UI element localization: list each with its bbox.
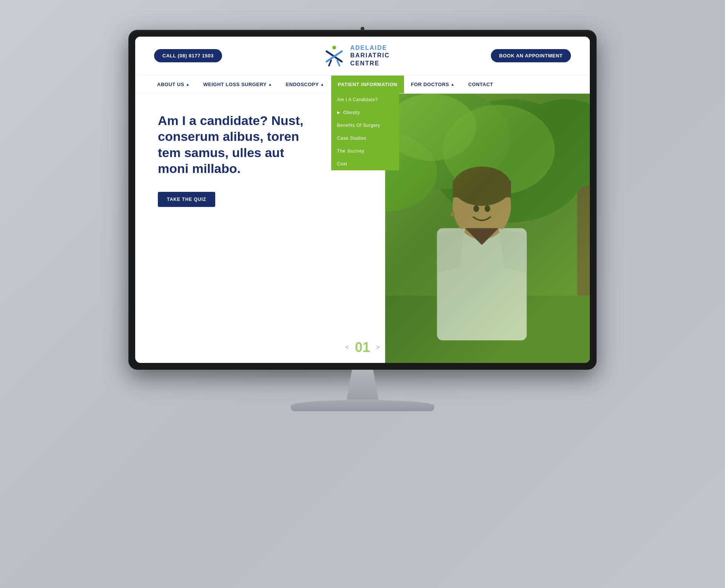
- dropdown-label-candidate: Am I A Candidate?: [337, 97, 378, 102]
- quiz-button[interactable]: TAKE THE QUIZ: [158, 192, 215, 207]
- dropdown-item-cost[interactable]: Cost: [331, 157, 399, 170]
- logo-line1: ADELAIDE: [350, 44, 390, 52]
- dropdown-item-case-studies[interactable]: Case Studies: [331, 132, 399, 145]
- monitor-bezel: CALL (08) 8177 1503: [135, 37, 590, 363]
- nav-label-about-us: ABOUT US: [157, 82, 184, 87]
- svg-point-12: [387, 94, 477, 161]
- dropdown-label-benefits: Benefits Of Surgery: [337, 123, 380, 128]
- screen: CALL (08) 8177 1503: [135, 37, 590, 363]
- prev-slide-button[interactable]: <: [346, 344, 349, 351]
- nav-item-endoscopy[interactable]: ENDOSCOPY ▲: [279, 76, 331, 93]
- book-appointment-button[interactable]: BOOK AN APPOINTMENT: [491, 49, 571, 62]
- dropdown-label-journey: The Journey: [337, 148, 364, 154]
- nav-label-patient-info: PATIENT INFORMATION: [338, 82, 398, 87]
- slide-number: 01: [355, 340, 370, 355]
- dropdown-item-benefits[interactable]: Benefits Of Surgery: [331, 119, 399, 132]
- dropdown-item-journey[interactable]: The Journey: [331, 145, 399, 157]
- nav-item-for-doctors[interactable]: FOR DOCTORS ▲: [404, 76, 461, 93]
- svg-point-20: [450, 212, 455, 216]
- monitor-neck: [336, 370, 389, 400]
- logo-line3: CENTRE: [350, 60, 390, 68]
- next-slide-button[interactable]: >: [376, 344, 379, 351]
- logo-icon: [323, 45, 346, 67]
- background-trees: [385, 94, 590, 363]
- dropdown-label-case-studies: Case Studies: [337, 136, 366, 141]
- dropdown-arrow-obesity: ▶: [337, 110, 341, 114]
- nav-item-weight-loss[interactable]: WEIGHT LOSS SURGERY ▲: [196, 76, 279, 93]
- nav-item-patient-info[interactable]: PATIENT INFORMATION Am I A Candidate? ▶ …: [331, 76, 404, 93]
- monitor-base: [291, 400, 434, 411]
- nav-arrow-for-doctors: ▲: [450, 82, 454, 86]
- hero-heading: Am I a candidate? Nust, conserum alibus,…: [158, 113, 309, 177]
- camera-dot: [361, 27, 364, 31]
- call-button[interactable]: CALL (08) 8177 1503: [154, 49, 222, 62]
- svg-point-18: [474, 205, 479, 212]
- svg-point-19: [485, 205, 491, 212]
- nav-label-for-doctors: FOR DOCTORS: [411, 82, 449, 87]
- monitor-wrapper: CALL (08) 8177 1503: [128, 30, 597, 559]
- slide-counter: < 01 >: [346, 340, 380, 355]
- logo: ADELAIDE BARIATRIC CENTRE: [323, 44, 390, 68]
- doctor-image: [385, 94, 590, 363]
- patient-info-dropdown: Am I A Candidate? ▶ Obesity Benefits Of …: [331, 93, 399, 170]
- nav-label-weight-loss: WEIGHT LOSS SURGERY: [203, 82, 267, 87]
- logo-text: ADELAIDE BARIATRIC CENTRE: [350, 44, 390, 68]
- dropdown-item-candidate[interactable]: Am I A Candidate?: [331, 93, 399, 106]
- svg-line-3: [329, 60, 331, 66]
- nav-arrow-about-us: ▲: [186, 82, 190, 86]
- nav-label-endoscopy: ENDOSCOPY: [286, 82, 319, 87]
- nav-label-contact: CONTACT: [468, 82, 493, 87]
- svg-line-4: [337, 60, 339, 66]
- nav-item-about-us[interactable]: ABOUT US ▲: [150, 76, 196, 93]
- nav-item-contact[interactable]: CONTACT: [461, 76, 500, 93]
- logo-line2: BARIATRIC: [350, 52, 390, 60]
- dropdown-label-cost: Cost: [337, 161, 347, 167]
- dropdown-item-obesity[interactable]: ▶ Obesity: [331, 106, 399, 119]
- website: CALL (08) 8177 1503: [135, 37, 590, 363]
- nav-arrow-endoscopy: ▲: [320, 82, 324, 86]
- navigation: ABOUT US ▲ WEIGHT LOSS SURGERY ▲ ENDOSCO…: [135, 76, 590, 94]
- header: CALL (08) 8177 1503: [135, 37, 590, 76]
- dropdown-label-obesity: Obesity: [343, 110, 360, 115]
- monitor-body: CALL (08) 8177 1503: [128, 30, 597, 370]
- right-content: [385, 94, 590, 363]
- nav-arrow-weight-loss: ▲: [268, 82, 272, 86]
- svg-point-0: [332, 46, 336, 49]
- svg-rect-17: [453, 181, 511, 198]
